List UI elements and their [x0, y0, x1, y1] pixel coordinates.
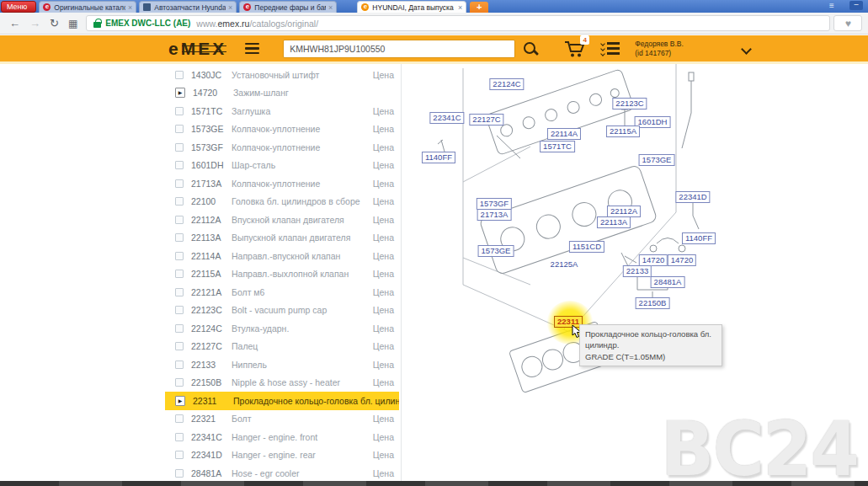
diagram-label[interactable]: 22124C — [489, 78, 524, 90]
bookmark-heart-button[interactable]: ♥ — [833, 15, 862, 31]
apps-grid-icon[interactable]: ▦ — [68, 18, 77, 29]
row-checkbox[interactable] — [175, 143, 184, 152]
url-text[interactable]: www.emex.ru/catalogs/original/ — [196, 19, 318, 29]
price-link[interactable]: Цена — [373, 305, 394, 315]
table-row[interactable]: 22341DHanger - engine. rearЦена — [165, 446, 399, 465]
hamburger-menu-icon[interactable] — [245, 43, 259, 55]
table-row[interactable]: 22123CBolt - vacuum pump capЦена — [165, 302, 399, 320]
price-link[interactable]: Цена — [373, 251, 394, 261]
diagram-label[interactable]: 22341D — [675, 191, 710, 203]
table-row[interactable]: 22114AНаправл.-впускной клапанЦена — [165, 247, 399, 265]
price-link[interactable]: Цена — [373, 232, 394, 243]
row-checkbox[interactable] — [175, 71, 184, 79]
diagram-label[interactable]: 1571TC — [540, 141, 575, 152]
table-row[interactable]: ▶22311Прокладочное кольцо-головка бл. ци… — [165, 392, 399, 410]
row-checkbox[interactable] — [175, 107, 184, 115]
row-checkbox[interactable] — [175, 414, 184, 423]
diagram-label[interactable]: 1140FF — [682, 232, 716, 244]
row-checkbox[interactable] — [175, 216, 184, 224]
user-account[interactable]: Федоряев В.В. (id 141767) — [635, 40, 684, 57]
browser-tab[interactable]: HYUNDAI, Дата выпуска× — [357, 1, 466, 13]
row-checkbox[interactable] — [175, 306, 184, 314]
diagram-label[interactable]: 28481A — [651, 276, 685, 288]
price-link[interactable]: Цена — [373, 450, 394, 460]
table-row[interactable]: 22121AБолт м6Цена — [165, 283, 399, 302]
table-row[interactable]: 22115AНаправл.-выхлопной клапанЦена — [165, 265, 399, 284]
emex-logo[interactable]: eMEX — [168, 40, 226, 57]
price-link[interactable]: Цена — [373, 414, 394, 424]
price-link[interactable]: Цена — [373, 179, 394, 189]
price-link[interactable]: Цена — [373, 142, 394, 152]
row-checkbox[interactable] — [175, 270, 184, 278]
diagram-label[interactable]: 22112A — [607, 206, 641, 217]
address-bar[interactable]: EMEX DWC-LLC (AE) www.emex.ru/catalogs/o… — [86, 15, 830, 31]
diagram-label[interactable]: 1573GF — [477, 198, 512, 210]
table-row[interactable]: 22341CHanger - engine. frontЦена — [165, 428, 399, 446]
table-row[interactable]: 28481AHose - egr coolerЦена — [165, 464, 399, 482]
tab-close-icon[interactable]: × — [458, 3, 462, 12]
minimize-button[interactable]: – — [849, 1, 863, 10]
chevron-down-icon[interactable] — [743, 45, 750, 52]
search-icon[interactable] — [522, 40, 539, 57]
table-row[interactable]: 22150BNipple & hose assy - heaterЦена — [165, 374, 399, 393]
table-row[interactable]: 22113AВыпускной клапан двигателяЦена — [165, 229, 399, 248]
row-checkbox[interactable] — [175, 342, 184, 350]
row-checkbox[interactable] — [175, 179, 184, 188]
table-row[interactable]: 22124CВтулка-ударн.Цена — [165, 319, 399, 338]
table-row[interactable]: 22100Головка бл. цилиндров в сбореЦена — [165, 193, 399, 211]
row-checkbox[interactable] — [175, 161, 184, 169]
price-link[interactable]: Цена — [373, 269, 394, 279]
diagram-label[interactable]: 21713A — [477, 209, 512, 221]
forward-icon[interactable]: → — [29, 17, 40, 29]
row-checkbox[interactable] — [175, 233, 184, 242]
row-checkbox[interactable] — [175, 125, 184, 133]
diagram-label[interactable]: 1573GE — [639, 154, 675, 166]
diagram-label[interactable]: 22341C — [429, 112, 464, 124]
price-link[interactable]: Цена — [373, 160, 394, 170]
cart-button[interactable]: 4 — [564, 40, 586, 58]
price-link[interactable]: Цена — [373, 468, 394, 478]
tab-close-icon[interactable]: × — [328, 3, 333, 12]
browser-tab[interactable]: Автозапчасти Hyunda× — [139, 1, 237, 13]
diagram-label[interactable]: 1151CD — [569, 241, 604, 253]
table-row[interactable]: 22112AВпускной клапан двигателяЦена — [165, 211, 399, 229]
diagram-label[interactable]: 22127C — [469, 114, 503, 126]
price-link[interactable]: Цена — [373, 341, 394, 351]
diagram-label[interactable]: 22123C — [612, 98, 647, 109]
new-tab-button[interactable]: + — [470, 2, 488, 13]
diagram-label[interactable]: 22113A — [597, 216, 631, 228]
expand-button[interactable]: ▶ — [175, 88, 185, 98]
browser-tab[interactable]: Передние фары и бамп× — [239, 1, 337, 13]
diagram-label[interactable]: 14720 — [668, 254, 696, 266]
row-checkbox[interactable] — [175, 252, 184, 260]
row-checkbox[interactable] — [175, 378, 184, 387]
price-link[interactable]: Цена — [373, 215, 394, 225]
price-link[interactable]: Цена — [373, 360, 394, 370]
diagram-label[interactable]: 22125A — [548, 259, 581, 270]
diagram-label[interactable]: 1140FF — [422, 152, 455, 163]
diagram-label[interactable]: 22114A — [547, 128, 581, 140]
price-link[interactable]: Цена — [373, 432, 394, 442]
price-link[interactable]: Цена — [373, 323, 394, 334]
price-link[interactable]: Цена — [373, 124, 394, 134]
price-link[interactable]: Цена — [373, 106, 394, 116]
table-row[interactable]: 1573GEКолпачок-уплотнениеЦена — [165, 120, 399, 139]
browser-menu-button[interactable]: Меню — [1, 1, 36, 13]
security-label[interactable]: EMEX DWC-LLC (AE) — [105, 19, 190, 28]
browser-settings-icon[interactable]: ≡ — [829, 2, 841, 10]
row-checkbox[interactable] — [175, 197, 184, 206]
price-link[interactable]: Цена — [373, 377, 394, 387]
expand-button[interactable]: ▶ — [175, 396, 185, 406]
vin-search-input[interactable] — [283, 40, 515, 58]
back-icon[interactable]: ← — [9, 17, 20, 29]
table-row[interactable]: 1571TCЗаглушкаЦена — [165, 102, 399, 120]
row-checkbox[interactable] — [175, 433, 184, 441]
table-row[interactable]: ▶14720Зажим-шланг — [165, 84, 399, 103]
table-row[interactable]: 1573GFКолпачок-уплотнениеЦена — [165, 138, 399, 157]
diagram-label[interactable]: 1573GE — [478, 245, 514, 257]
table-row[interactable]: 1430JCУстановочный штифтЦена — [165, 66, 399, 84]
price-link[interactable]: Цена — [373, 196, 394, 206]
diagram-label[interactable]: 22115A — [606, 126, 640, 137]
browser-tab[interactable]: Оригинальные каталог× — [39, 1, 136, 13]
bottom-scrollbar[interactable] — [0, 481, 868, 486]
